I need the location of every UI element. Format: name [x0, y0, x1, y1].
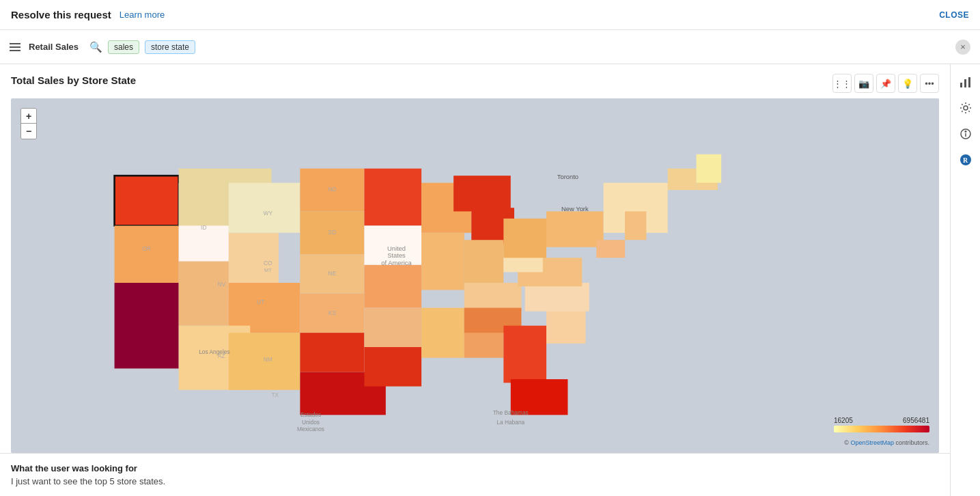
close-button[interactable]: CLOSE [939, 10, 969, 20]
menu-icon[interactable] [10, 43, 20, 51]
svg-rect-73 [964, 79, 966, 87]
svg-rect-30 [464, 240, 503, 283]
svg-rect-42 [668, 169, 697, 190]
svg-rect-33 [503, 326, 546, 383]
svg-text:NE: NE [328, 271, 337, 277]
zoom-out-button[interactable]: − [21, 124, 36, 139]
bottom-panel-title: What the user was looking for [11, 463, 939, 473]
r-logo-icon[interactable]: R [955, 149, 977, 171]
svg-text:NM: NM [264, 356, 272, 363]
info-icon[interactable] [955, 123, 977, 145]
svg-rect-46 [697, 154, 722, 183]
tag-store-state[interactable]: store state [145, 40, 195, 54]
svg-rect-28 [453, 176, 511, 211]
map-legend: 16205 6956481 [834, 417, 929, 432]
svg-text:Toronto: Toronto [557, 173, 578, 180]
svg-rect-17 [300, 333, 364, 372]
svg-text:ND: ND [328, 186, 336, 193]
svg-rect-2 [115, 176, 179, 225]
svg-text:OR: OR [142, 245, 151, 252]
bottom-panel: What the user was looking for I just wan… [0, 453, 950, 496]
svg-rect-40 [546, 211, 604, 247]
search-bar: Retail Sales 🔍 sales store state × [0, 30, 980, 64]
legend-labels: 16205 6956481 [834, 417, 929, 424]
legend-gradient [834, 426, 929, 432]
svg-text:SD: SD [328, 229, 337, 236]
svg-text:UT: UT [257, 299, 264, 305]
choropleth-map: United States of America OR ID WY ND SD … [11, 98, 939, 453]
bar-chart-icon[interactable] [955, 71, 977, 93]
svg-rect-23 [364, 347, 421, 386]
svg-rect-21 [364, 265, 421, 308]
svg-text:MT: MT [264, 267, 272, 273]
more-icon[interactable]: ••• [920, 74, 939, 93]
legend-max: 6956481 [903, 417, 929, 424]
svg-rect-45 [625, 211, 646, 240]
map-container[interactable]: + − [11, 98, 939, 453]
chart-header-row: Total Sales by Store State ⋮⋮ 📷 📌 💡 ••• [11, 74, 939, 93]
svg-text:New York: New York [561, 205, 589, 212]
svg-text:Mexicanos: Mexicanos [297, 426, 324, 432]
svg-rect-74 [968, 77, 970, 87]
svg-text:of America: of America [381, 259, 412, 266]
camera-icon[interactable]: 📷 [854, 74, 873, 93]
svg-rect-4 [115, 283, 179, 368]
legend-min: 16205 [834, 417, 853, 424]
svg-text:Los Angeles: Los Angeles [199, 348, 230, 355]
svg-rect-25 [421, 233, 464, 290]
svg-text:ID: ID [201, 224, 206, 231]
learn-more-link[interactable]: Learn more [120, 10, 165, 20]
osm-link[interactable]: OpenStreetMap [850, 439, 894, 446]
svg-rect-9 [229, 183, 300, 233]
svg-text:La Habana: La Habana [496, 419, 524, 426]
svg-text:United: United [387, 245, 406, 252]
svg-point-75 [964, 106, 968, 110]
svg-text:WY: WY [264, 210, 273, 217]
svg-rect-22 [364, 308, 421, 347]
svg-point-78 [965, 131, 966, 133]
svg-rect-72 [960, 83, 962, 87]
svg-text:Estados: Estados [300, 411, 321, 418]
svg-rect-10 [229, 283, 300, 333]
svg-rect-19 [364, 169, 421, 226]
chart-toolbar: ⋮⋮ 📷 📌 💡 ••• [832, 74, 939, 93]
chart-and-bottom: Total Sales by Store State ⋮⋮ 📷 📌 💡 ••• … [0, 64, 950, 496]
zoom-in-button[interactable]: + [21, 109, 36, 124]
top-bar: Resolve this request Learn more CLOSE [0, 0, 980, 30]
dataset-label: Retail Sales [29, 42, 79, 52]
main-content: Total Sales by Store State ⋮⋮ 📷 📌 💡 ••• … [0, 64, 980, 496]
svg-text:KS: KS [328, 309, 337, 316]
svg-rect-1 [11, 126, 939, 183]
svg-rect-7 [179, 262, 229, 326]
top-bar-left: Resolve this request Learn more [11, 9, 165, 20]
search-clear-button[interactable]: × [955, 40, 970, 55]
tag-sales[interactable]: sales [108, 40, 139, 54]
svg-rect-36 [525, 283, 589, 312]
pin-icon[interactable]: 📌 [876, 74, 895, 93]
svg-text:The Bahamas: The Bahamas [493, 409, 529, 416]
zoom-controls: + − [20, 108, 37, 139]
gear-icon[interactable] [955, 97, 977, 119]
svg-text:CO: CO [264, 260, 272, 266]
svg-text:R: R [963, 156, 968, 164]
bulb-icon[interactable]: 💡 [898, 74, 917, 93]
svg-text:States: States [387, 251, 406, 259]
svg-rect-3 [115, 225, 179, 283]
svg-rect-35 [546, 308, 585, 344]
search-icon: 🔍 [89, 41, 102, 53]
bottom-panel-text: I just want to see the top 5 store state… [11, 476, 939, 486]
svg-text:Unidos: Unidos [302, 419, 320, 426]
svg-text:NV: NV [218, 281, 226, 288]
table-icon[interactable]: ⋮⋮ [832, 74, 852, 93]
svg-rect-31 [464, 283, 522, 312]
osm-credit: © OpenStreetMap contributors. [844, 439, 929, 446]
right-sidebar: R [950, 64, 980, 496]
svg-rect-26 [421, 308, 464, 358]
page-title: Resolve this request [11, 9, 111, 20]
svg-rect-39 [503, 219, 546, 258]
chart-area: Total Sales by Store State ⋮⋮ 📷 📌 💡 ••• … [0, 64, 950, 453]
svg-text:TX: TX [271, 391, 279, 398]
chart-title: Total Sales by Store State [11, 74, 136, 86]
svg-rect-44 [596, 240, 625, 258]
